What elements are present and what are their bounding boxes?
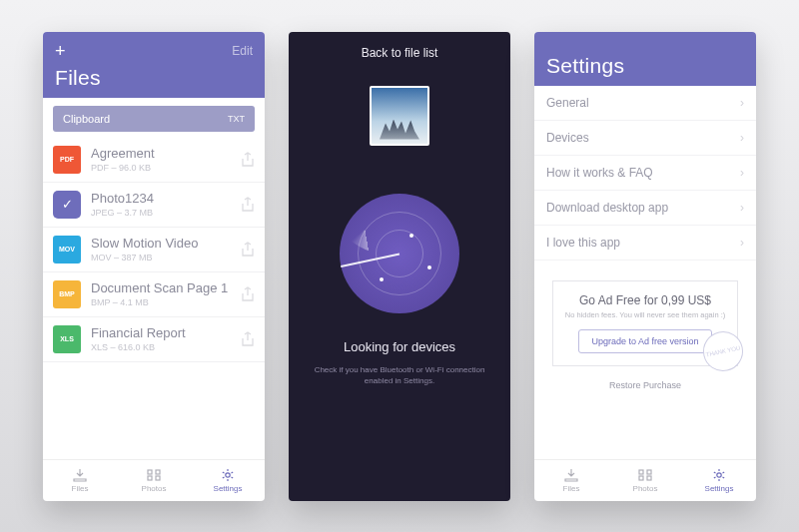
selected-check-icon: ✓ [53, 191, 81, 219]
tab-bar: Files Photos Settings [534, 459, 756, 501]
chevron-right-icon: › [740, 131, 744, 145]
svg-rect-0 [148, 470, 152, 474]
gear-icon [220, 468, 236, 482]
settings-header: Settings [534, 32, 756, 86]
tab-label: Settings [705, 484, 734, 493]
tab-label: Files [563, 484, 580, 493]
file-list: PDF Agreement PDF – 96.0 KB ✓ Photo1234 … [43, 138, 265, 459]
svg-rect-2 [148, 476, 152, 480]
svg-rect-7 [639, 476, 643, 480]
chevron-right-icon: › [740, 236, 744, 250]
tab-files[interactable]: Files [534, 468, 608, 493]
settings-row-general[interactable]: General › [534, 86, 756, 121]
settings-row-desktop[interactable]: Download desktop app › [534, 191, 756, 226]
file-meta: PDF – 96.0 KB [91, 163, 241, 173]
status-text: Looking for devices [289, 339, 510, 354]
file-name: Photo1234 [91, 191, 241, 206]
settings-row-faq[interactable]: How it works & FAQ › [534, 156, 756, 191]
clipboard-ext-badge: TXT [228, 114, 245, 124]
download-icon [563, 468, 579, 482]
file-meta: XLS – 616.0 KB [91, 342, 241, 352]
tab-label: Photos [142, 484, 167, 493]
settings-row-love[interactable]: I love this app › [534, 226, 756, 261]
tab-label: Settings [214, 484, 243, 493]
chevron-right-icon: › [740, 96, 744, 110]
row-label: Devices [546, 131, 589, 145]
svg-rect-1 [156, 470, 160, 474]
photos-grid-icon [146, 468, 162, 482]
svg-rect-5 [639, 470, 643, 474]
filetype-badge: MOV [53, 236, 81, 264]
svg-point-9 [717, 472, 721, 476]
screen-files: + Edit Files Clipboard TXT PDF Agreement… [43, 32, 265, 501]
share-icon[interactable] [241, 286, 255, 302]
radar-sweep [330, 194, 400, 264]
row-label: Download desktop app [546, 201, 668, 215]
filetype-badge: PDF [53, 146, 81, 174]
settings-row-devices[interactable]: Devices › [534, 121, 756, 156]
clipboard-label: Clipboard [63, 113, 110, 125]
screen-transfer: Back to file list Looking for devices Ch… [289, 32, 510, 501]
page-title: Files [55, 66, 253, 90]
hint-text: Check if you have Bluetooth or Wi-Fi con… [289, 364, 510, 386]
row-label: General [546, 96, 589, 110]
back-button[interactable]: Back to file list [289, 32, 510, 68]
gear-icon [711, 468, 727, 482]
tab-files[interactable]: Files [43, 468, 117, 493]
svg-rect-6 [647, 470, 651, 474]
share-icon[interactable] [241, 242, 255, 258]
list-item[interactable]: ✓ Photo1234 JPEG – 3.7 MB [43, 183, 265, 228]
screen-settings: Settings General › Devices › How it work… [534, 32, 756, 501]
row-label: I love this app [546, 236, 620, 250]
list-item[interactable]: MOV Slow Motion Video MOV – 387 MB [43, 228, 265, 272]
row-label: How it works & FAQ [546, 166, 653, 180]
edit-button[interactable]: Edit [232, 44, 253, 58]
svg-rect-8 [647, 476, 651, 480]
tab-photos[interactable]: Photos [608, 468, 682, 493]
svg-rect-3 [156, 476, 160, 480]
tab-bar: Files Photos Settings [43, 459, 265, 501]
restore-purchase-button[interactable]: Restore Purchase [534, 380, 756, 390]
chevron-right-icon: › [740, 201, 744, 215]
list-item[interactable]: XLS Financial Report XLS – 616.0 KB [43, 317, 265, 362]
share-icon[interactable] [241, 197, 255, 213]
tab-photos[interactable]: Photos [117, 468, 191, 493]
files-header: + Edit Files [43, 32, 265, 98]
download-icon [72, 468, 88, 482]
tab-settings[interactable]: Settings [682, 468, 756, 493]
tab-label: Files [72, 484, 89, 493]
promo-subtitle: No hidden fees. You will never see them … [563, 310, 727, 319]
file-meta: JPEG – 3.7 MB [91, 208, 241, 218]
promo-card: Go Ad Free for 0,99 US$ No hidden fees. … [552, 280, 738, 366]
radar-dot [409, 234, 413, 238]
page-title: Settings [546, 54, 744, 78]
radar-dot [427, 266, 431, 269]
file-thumbnail[interactable] [370, 86, 429, 146]
tab-label: Photos [633, 484, 658, 493]
filetype-badge: BMP [53, 280, 81, 308]
filetype-badge: XLS [53, 325, 81, 353]
share-icon[interactable] [241, 152, 255, 168]
file-name: Agreement [91, 146, 241, 161]
svg-point-4 [226, 472, 230, 476]
file-name: Slow Motion Video [91, 236, 241, 251]
upgrade-button[interactable]: Upgrade to Ad free version [578, 329, 711, 353]
file-meta: MOV – 387 MB [91, 253, 241, 263]
file-name: Financial Report [91, 325, 241, 340]
chevron-right-icon: › [740, 166, 744, 180]
tab-settings[interactable]: Settings [191, 468, 265, 493]
promo-title: Go Ad Free for 0,99 US$ [563, 293, 727, 307]
file-thumbnail-area [289, 86, 510, 146]
radar-scanner [340, 194, 459, 313]
clipboard-row[interactable]: Clipboard TXT [53, 106, 255, 132]
list-item[interactable]: BMP Document Scan Page 1 BMP – 4.1 MB [43, 272, 265, 317]
photos-grid-icon [637, 468, 653, 482]
file-meta: BMP – 4.1 MB [91, 297, 241, 307]
add-icon[interactable]: + [55, 44, 66, 58]
settings-list: General › Devices › How it works & FAQ ›… [534, 86, 756, 261]
file-name: Document Scan Page 1 [91, 280, 241, 295]
share-icon[interactable] [241, 331, 255, 347]
radar-needle [341, 254, 400, 267]
radar-dot [380, 277, 384, 281]
list-item[interactable]: PDF Agreement PDF – 96.0 KB [43, 138, 265, 183]
